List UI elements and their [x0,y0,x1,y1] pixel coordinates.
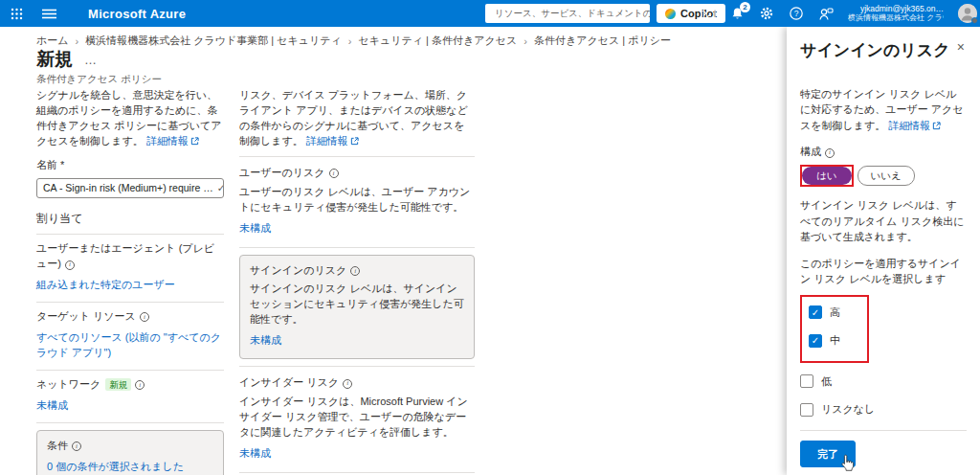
risk-level-option[interactable]: 低 [800,373,967,390]
condition-sections: ユーザーのリスクi ユーザーのリスク レベルは、ユーザー アカウントにセキュリテ… [239,164,475,475]
left-learn-more-link[interactable]: 詳細情報 [146,134,189,149]
info-icon: i [329,169,339,178]
risk-level-option[interactable]: ✓ 高 [809,305,860,321]
panel-description: 特定のサインイン リスク レベルに対応するため、ユーザー アクセスを制御します。… [800,86,967,134]
azure-top-bar: Microsoft Azure リソース、サービス、ドキュメントの検索 (G+/… [0,0,980,27]
info-icon: i [343,379,352,389]
middle-learn-more-link[interactable]: 詳細情報 [306,134,348,149]
conditions-card[interactable]: 条件i 0 個の条件が選択されました [36,430,224,475]
network-config-link[interactable]: 未構成 [36,398,68,414]
done-button[interactable]: 完了 [800,441,856,468]
annotation-red-box-levels: ✓ 高 ✓ 中 [800,295,869,363]
page-title: 新規 [36,47,73,72]
divider [36,302,224,303]
policy-form-left-column: シグナルを統合し、意思決定を行い、組織のポリシーを適用するために、条件付きアクセ… [36,88,224,475]
section-config-link[interactable]: 未構成 [250,333,281,349]
checkbox[interactable]: ✓ [809,334,822,348]
azure-brand-title[interactable]: Microsoft Azure [88,7,186,21]
presence-dot [971,17,978,24]
divider [239,366,475,367]
breadcrumb: ホーム›横浜情報機器株式会社 クラウド事業部 | セキュリティ›セキュリティ |… [36,34,671,48]
waffle-grid-icon [11,8,23,20]
info-icon: i [140,312,149,322]
checkbox-label: 中 [830,332,840,349]
configure-yes-option[interactable]: はい [802,167,852,186]
configure-toggle-group: はい いいえ [800,165,967,188]
notifications-button[interactable]: 2 [730,7,745,21]
new-badge: 新規 [105,378,131,391]
page-subtitle: 条件付きアクセス ポリシー [36,73,162,86]
info-icon: i [825,148,835,158]
divider [239,247,475,248]
divider [36,370,224,371]
panel-footer: 完了 [800,430,967,468]
external-link-icon [190,137,199,146]
cloud-shell-button[interactable] [701,6,716,21]
page-context-menu-icon[interactable]: … [84,53,98,67]
users-config-link[interactable]: 組み込まれた特定のユーザー [36,278,175,293]
breadcrumb-separator: › [348,35,352,47]
waffle-menu-icon[interactable] [0,0,33,27]
feedback-button[interactable] [818,7,834,21]
risk-level-option[interactable]: ✓ 中 [809,332,860,349]
annotation-red-box-toggle: はい [800,165,854,188]
policy-name-value: CA - Sign-in risk (Medium+) require … [43,181,213,195]
section-description: サインインのリスク レベルは、サインイン セッションにセキュリティ侵害が発生した… [250,282,464,328]
close-icon[interactable]: × [955,38,967,56]
global-search-input[interactable]: リソース、サービス、ドキュメントの検索 (G+/) [485,4,650,23]
sign-in-risk-panel: サインインのリスク × 特定のサインイン リスク レベルに対応するため、ユーザー… [787,27,980,475]
divider [239,156,475,157]
checkbox-label: リスクなし [821,401,875,418]
configure-label-text: 構成 [800,146,821,157]
account-avatar[interactable] [958,4,977,23]
settings-button[interactable] [759,6,774,21]
configure-label: 構成i [800,144,967,160]
valid-check-icon: ✓ [217,181,224,195]
users-label-text: ユーザーまたはエージェント (プレビュー) [36,242,214,269]
account-info[interactable]: yjkadmin@yjk365.on… 横浜情報機器株式会社 クラウド… [848,4,944,24]
info-icon: i [65,260,75,270]
conditions-label: 条件i [47,439,213,454]
assignments-header: 割り当て [36,211,224,227]
external-link-icon [932,122,941,130]
account-organization: 横浜情報機器株式会社 クラウド… [848,13,944,23]
name-field-label: 名前 * [36,158,224,173]
conditions-config-link[interactable]: 0 個の条件が選択されました [47,460,184,475]
checkbox[interactable] [800,403,813,417]
network-label: ネットワーク新規i [36,377,224,393]
target-resources-label: ターゲット リソースi [36,309,224,325]
topbar-right-cluster: 2 ? yjkadmin@yjk365.on… 横浜情報機器株式会社 クラウド… [701,0,977,27]
panel-learn-more-link[interactable]: 詳細情報 [888,118,930,134]
checkbox[interactable]: ✓ [809,305,822,319]
info-icon: i [135,380,145,390]
external-link-icon [350,137,359,146]
checkbox-label: 低 [821,373,832,390]
help-button[interactable]: ? [789,6,804,21]
breadcrumb-item[interactable]: ホーム [36,34,69,48]
policy-name-input[interactable]: CA - Sign-in risk (Medium+) require … ✓ [36,178,224,198]
info-icon: i [72,441,81,451]
panel-header: サインインのリスク × [800,38,967,63]
checkbox[interactable] [800,374,813,388]
account-upn: yjkadmin@yjk365.on… [848,4,944,14]
gear-icon [759,6,774,21]
section-config-link[interactable]: 未構成 [239,446,271,462]
risk-generated-info: サインイン リスク レベルは、すべてのリアルタイム リスク検出に基づいて生成され… [800,197,967,245]
breadcrumb-item[interactable]: 横浜情報機器株式会社 クラウド事業部 | セキュリティ [85,34,342,48]
hamburger-menu-icon[interactable] [33,0,65,27]
condition-section-sign-in-risk[interactable]: サインインのリスクi サインインのリスク レベルは、サインイン セッションにセキ… [239,255,475,360]
panel-title: サインインのリスク [800,38,950,63]
configure-no-option[interactable]: いいえ [858,166,915,187]
section-description: インサイダー リスクは、Microsoft Purview インサイダー リスク… [239,395,475,441]
condition-section-insider-risk: インサイダー リスクi インサイダー リスクは、Microsoft Purvie… [239,373,475,465]
risk-level-option[interactable]: リスクなし [800,401,967,418]
target-resources-config-link[interactable]: すべてのリソース (以前の "すべてのクラウド アプリ") [36,330,224,361]
search-placeholder: リソース、サービス、ドキュメントの検索 (G+/) [495,8,650,20]
section-config-link[interactable]: 未構成 [239,221,271,237]
section-title: サインインのリスクi [250,263,464,279]
breadcrumb-item[interactable]: 条件付きアクセス | ポリシー [534,34,671,48]
hamburger-lines-icon [42,9,56,19]
breadcrumb-item[interactable]: セキュリティ | 条件付きアクセス [358,34,517,48]
feedback-icon [818,7,834,21]
copilot-icon [665,9,676,19]
